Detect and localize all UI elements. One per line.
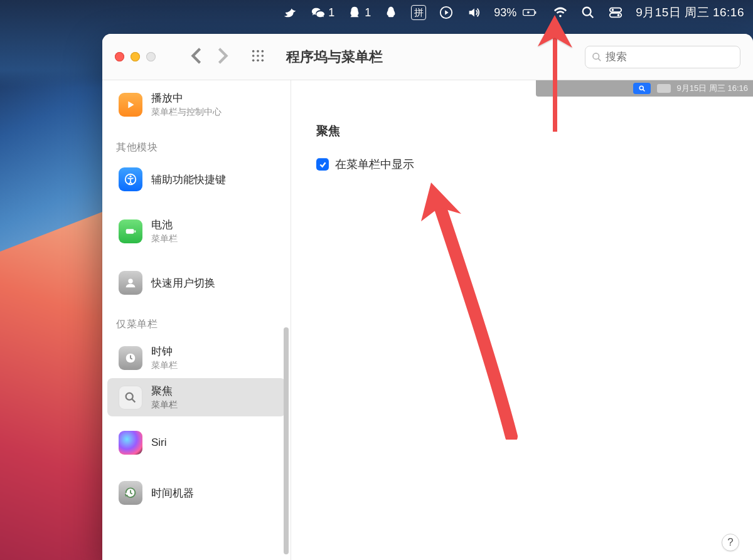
svg-rect-23 (134, 230, 136, 233)
search-icon (592, 51, 602, 63)
now-playing-icon (119, 93, 142, 117)
help-button[interactable]: ? (722, 534, 739, 551)
window-traffic-lights (115, 52, 156, 61)
svg-point-11 (262, 50, 264, 52)
svg-line-19 (598, 58, 601, 61)
sidebar-item-now-playing[interactable]: 播放中 菜单栏与控制中心 (107, 85, 286, 124)
preview-control-center-icon (657, 84, 671, 93)
svg-point-24 (128, 279, 132, 283)
menubar-bird-icon[interactable] (283, 5, 298, 20)
sidebar-item-label: 电池 (151, 218, 178, 232)
menubar-control-center-icon[interactable] (608, 5, 623, 20)
sidebar-item-sublabel: 菜单栏 (151, 399, 178, 411)
show-in-menubar-checkbox[interactable] (316, 158, 329, 171)
sidebar-item-time-machine[interactable]: 时间机器 (107, 475, 286, 510)
svg-point-8 (617, 14, 620, 16)
preview-datetime: 9月15日 周三 16:16 (677, 83, 748, 94)
svg-point-13 (257, 55, 259, 57)
battery-icon (119, 219, 142, 243)
wechat-badge: 1 (328, 6, 334, 19)
svg-rect-5 (610, 8, 621, 12)
sidebar-item-fast-user[interactable]: 快速用户切换 (107, 265, 286, 300)
menubar-play-icon[interactable] (439, 5, 454, 20)
svg-point-15 (252, 59, 255, 61)
menubar-qq-icon[interactable]: 1 (347, 5, 371, 20)
show-all-button[interactable] (251, 49, 265, 65)
user-switch-icon (119, 271, 142, 295)
menubar-pinyin-icon[interactable]: 拼 (411, 5, 426, 20)
accessibility-icon (119, 167, 142, 191)
menubar-datetime[interactable]: 9月15日 周三 16:16 (636, 4, 744, 21)
battery-percent: 93% (494, 6, 516, 19)
menubar-preview: 9月15日 周三 16:16 (536, 80, 753, 97)
preview-spotlight-icon (633, 83, 651, 94)
svg-point-16 (257, 59, 259, 61)
sidebar-item-label: Siri (151, 436, 167, 449)
time-machine-icon (119, 481, 142, 505)
window-toolbar: 程序坞与菜单栏 (102, 34, 753, 80)
sidebar-item-label: 快速用户切换 (151, 276, 215, 290)
sidebar-item-label: 时钟 (151, 344, 178, 359)
svg-rect-22 (126, 229, 134, 233)
svg-point-14 (262, 55, 264, 57)
sidebar-item-sublabel: 菜单栏与控制中心 (151, 107, 222, 118)
svg-point-10 (257, 50, 259, 52)
system-preferences-window: 程序坞与菜单栏 播放中 菜单栏与控制中心 其他模块 (102, 34, 753, 560)
svg-point-17 (262, 59, 264, 61)
sidebar-scrollbar[interactable] (284, 327, 289, 554)
svg-point-29 (639, 86, 643, 90)
sidebar-section-other: 其他模块 (102, 125, 291, 161)
sidebar: 播放中 菜单栏与控制中心 其他模块 辅助功能快捷键 (102, 80, 291, 560)
menubar-spotlight-icon[interactable] (580, 5, 595, 20)
sidebar-item-label: 时间机器 (151, 486, 194, 500)
svg-point-26 (126, 393, 133, 399)
sidebar-item-label: 聚焦 (151, 384, 178, 398)
svg-point-18 (593, 53, 599, 58)
macos-menubar: 1 1 拼 93% 9月15日 周三 16:16 (0, 0, 753, 25)
search-input[interactable] (606, 51, 734, 63)
minimize-button[interactable] (131, 52, 140, 61)
sidebar-item-battery[interactable]: 电池 菜单栏 (107, 212, 286, 250)
svg-rect-2 (535, 11, 537, 14)
checkbox-label: 在菜单栏中显示 (335, 157, 414, 172)
window-title: 程序坞与菜单栏 (286, 48, 383, 66)
sidebar-item-clock[interactable]: 时钟 菜单栏 (107, 339, 286, 377)
sidebar-item-sublabel: 菜单栏 (151, 360, 178, 371)
svg-point-6 (612, 9, 614, 11)
close-button[interactable] (115, 52, 124, 61)
nav-forward-button (217, 47, 228, 67)
sidebar-item-spotlight[interactable]: 聚焦 菜单栏 (107, 378, 286, 416)
sidebar-item-sublabel: 菜单栏 (151, 233, 178, 245)
menubar-volume-icon[interactable] (466, 5, 481, 20)
search-field[interactable] (585, 46, 740, 68)
svg-point-21 (129, 176, 131, 177)
sidebar-section-menubar-only: 仅菜单栏 (102, 302, 291, 337)
svg-line-30 (643, 90, 644, 92)
svg-point-9 (252, 50, 255, 52)
sidebar-item-accessibility[interactable]: 辅助功能快捷键 (107, 162, 286, 197)
detail-title: 聚焦 (316, 123, 728, 139)
spotlight-icon (119, 386, 142, 409)
sidebar-item-label: 辅助功能快捷键 (151, 172, 226, 187)
svg-rect-7 (610, 13, 621, 17)
siri-icon (119, 431, 142, 455)
menubar-penguin-icon[interactable] (383, 5, 398, 20)
svg-point-3 (583, 8, 591, 16)
qq-badge: 1 (365, 6, 371, 19)
zoom-button (146, 52, 156, 61)
svg-point-12 (252, 55, 255, 57)
nav-back-button[interactable] (191, 47, 202, 67)
menubar-wechat-icon[interactable]: 1 (311, 5, 334, 20)
menubar-wifi-icon[interactable] (553, 5, 568, 20)
menubar-battery[interactable]: 93% (494, 5, 540, 20)
clock-icon (119, 346, 142, 370)
svg-line-4 (590, 14, 594, 18)
detail-pane: 9月15日 周三 16:16 聚焦 在菜单栏中显示 ? (291, 80, 753, 560)
sidebar-item-siri[interactable]: Siri (107, 425, 286, 460)
sidebar-item-label: 播放中 (151, 91, 222, 105)
svg-line-27 (132, 399, 135, 402)
